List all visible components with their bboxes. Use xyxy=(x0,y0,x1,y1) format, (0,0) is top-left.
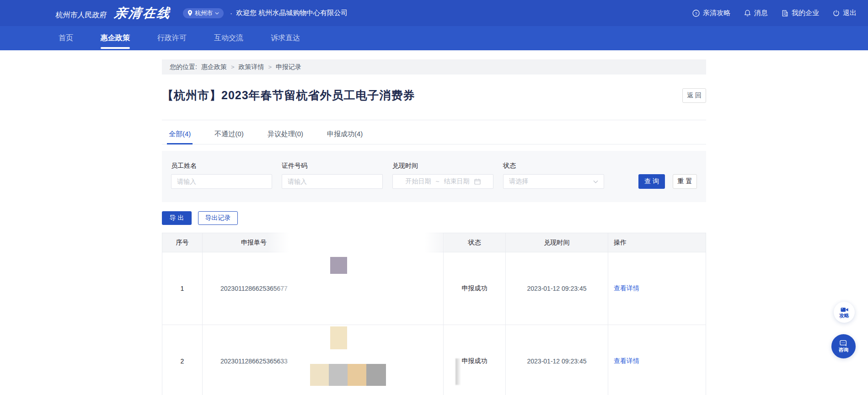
table-row: 1 2023011286625365677 申报成功 2023-01-12 09… xyxy=(162,252,706,325)
welcome-text: 欢迎您 杭州水晶城购物中心有限公司 xyxy=(236,9,348,17)
breadcrumb-separator: > xyxy=(268,64,272,70)
tab-success[interactable]: 申报成功(4) xyxy=(327,130,363,144)
floating-guide-button[interactable]: 攻略 xyxy=(834,302,855,323)
header-link-label: 亲清攻略 xyxy=(703,9,730,17)
view-detail-link[interactable]: 查看详情 xyxy=(614,357,639,364)
header-link-label: 退出 xyxy=(843,9,857,17)
calendar-icon xyxy=(474,178,481,185)
breadcrumb-item-policy-detail[interactable]: 政策详情 xyxy=(238,63,264,71)
column-header-order-no: 申报单号 xyxy=(203,233,444,252)
floating-consult-label: 咨询 xyxy=(839,347,849,352)
cell-order-no: 2023011286625365677 xyxy=(203,252,444,325)
floating-guide-label: 攻略 xyxy=(839,313,849,318)
export-log-button[interactable]: 导出记录 xyxy=(198,211,238,225)
nav-item-licensing[interactable]: 行政许可 xyxy=(157,26,187,50)
employee-name-label: 员工姓名 xyxy=(171,162,272,170)
id-number-label: 证件号码 xyxy=(282,162,383,170)
welcome-dot: · xyxy=(230,9,232,17)
status-select-placeholder: 请选择 xyxy=(509,177,528,186)
header-link-logout[interactable]: 退出 xyxy=(833,9,857,17)
range-tilde: ~ xyxy=(435,178,439,185)
nav-item-home[interactable]: 首页 xyxy=(59,26,73,50)
tab-objection[interactable]: 异议处理(0) xyxy=(268,130,303,144)
breadcrumb: 您的位置: 惠企政策 > 政策详情 > 申报记录 xyxy=(162,59,706,75)
header-link-label: 消息 xyxy=(754,9,768,17)
location-selector[interactable]: 杭州市 xyxy=(183,8,224,18)
header-link-guide[interactable]: ? 亲清攻略 xyxy=(692,9,730,17)
cell-redeem-time: 2023-01-12 09:23:45 xyxy=(506,252,608,325)
status-label: 状态 xyxy=(503,162,604,170)
chat-icon xyxy=(840,340,848,347)
location-label: 杭州市 xyxy=(195,9,213,17)
chevron-down-icon xyxy=(215,12,219,15)
video-camera-icon xyxy=(841,307,848,313)
header-link-label: 我的企业 xyxy=(792,9,819,17)
main-nav: 首页 惠企政策 行政许可 互动交流 诉求直达 xyxy=(0,26,868,50)
nav-item-appeals[interactable]: 诉求直达 xyxy=(271,26,300,50)
floating-consult-button[interactable]: 咨询 xyxy=(831,334,856,358)
id-number-input[interactable] xyxy=(282,174,383,189)
breadcrumb-prefix: 您的位置: xyxy=(170,63,197,71)
table-row: 2 2023011286625365633 申报成功 2023-01-12 09… xyxy=(162,325,706,395)
status-select[interactable]: 请选择 xyxy=(503,174,604,189)
column-header-action: 操作 xyxy=(608,233,706,252)
welcome-text-wrap: · 欢迎您 杭州水晶城购物中心有限公司 xyxy=(230,9,348,17)
records-table: 序号 申报单号 状态 兑现时间 操作 1 2023011286625365677… xyxy=(162,233,706,395)
record-tabs: 全部(4) 不通过(0) 异议处理(0) 申报成功(4) xyxy=(162,120,706,144)
bell-icon xyxy=(744,10,751,17)
help-icon: ? xyxy=(692,10,700,17)
end-date-placeholder: 结束日期 xyxy=(444,177,470,186)
page-title: 【杭州市】2023年春节留杭省外员工电子消费券 xyxy=(162,88,415,103)
nav-item-policies[interactable]: 惠企政策 xyxy=(101,26,130,50)
search-button[interactable]: 查 询 xyxy=(638,174,665,189)
cell-status: 申报成功 xyxy=(444,325,506,395)
cell-redeem-time: 2023-01-12 09:23:45 xyxy=(506,325,608,395)
logo-brand-text: 亲清在线 xyxy=(113,5,172,22)
tab-all[interactable]: 全部(4) xyxy=(169,130,191,144)
redeem-time-label: 兑现时间 xyxy=(392,162,493,170)
cell-order-no: 2023011286625365633 xyxy=(203,325,444,395)
table-header-row: 序号 申报单号 状态 兑现时间 操作 xyxy=(162,233,706,252)
redeem-time-range-picker[interactable]: 开始日期 ~ 结束日期 xyxy=(392,174,493,189)
cell-seq: 1 xyxy=(162,252,203,325)
export-button[interactable]: 导 出 xyxy=(162,211,192,225)
back-button[interactable]: 返 回 xyxy=(682,88,706,103)
column-header-redeem-time: 兑现时间 xyxy=(506,233,608,252)
tab-rejected[interactable]: 不通过(0) xyxy=(214,130,243,144)
power-icon xyxy=(833,10,840,16)
nav-item-interaction[interactable]: 互动交流 xyxy=(214,26,243,50)
cell-seq: 2 xyxy=(162,325,203,395)
filter-panel: 员工姓名 证件号码 兑现时间 开始日期 ~ 结束日期 状态 请选择 xyxy=(162,151,706,202)
svg-text:?: ? xyxy=(695,11,697,16)
location-pin-icon xyxy=(188,10,193,16)
header-link-my-company[interactable]: 我的企业 xyxy=(782,9,819,17)
reset-button[interactable]: 重 置 xyxy=(673,174,697,189)
employee-name-input[interactable] xyxy=(171,174,272,189)
header-top-bar: 杭州市人民政府 亲清在线 杭州市 · 欢迎您 杭州水晶城购物中心有限公司 ? 亲… xyxy=(0,0,868,26)
column-header-seq: 序号 xyxy=(162,233,203,252)
header-link-messages[interactable]: 消息 xyxy=(744,9,768,17)
cell-status: 申报成功 xyxy=(444,252,506,325)
view-detail-link[interactable]: 查看详情 xyxy=(614,284,639,292)
breadcrumb-item-policies[interactable]: 惠企政策 xyxy=(201,63,227,71)
chevron-down-icon xyxy=(593,180,598,183)
breadcrumb-separator: > xyxy=(231,64,235,70)
site-logo[interactable]: 杭州市人民政府 亲清在线 xyxy=(55,5,172,22)
start-date-placeholder: 开始日期 xyxy=(405,177,431,186)
logo-gov-text: 杭州市人民政府 xyxy=(55,11,107,20)
column-header-status: 状态 xyxy=(444,233,506,252)
building-icon xyxy=(782,10,788,17)
breadcrumb-item-records[interactable]: 申报记录 xyxy=(276,63,301,71)
